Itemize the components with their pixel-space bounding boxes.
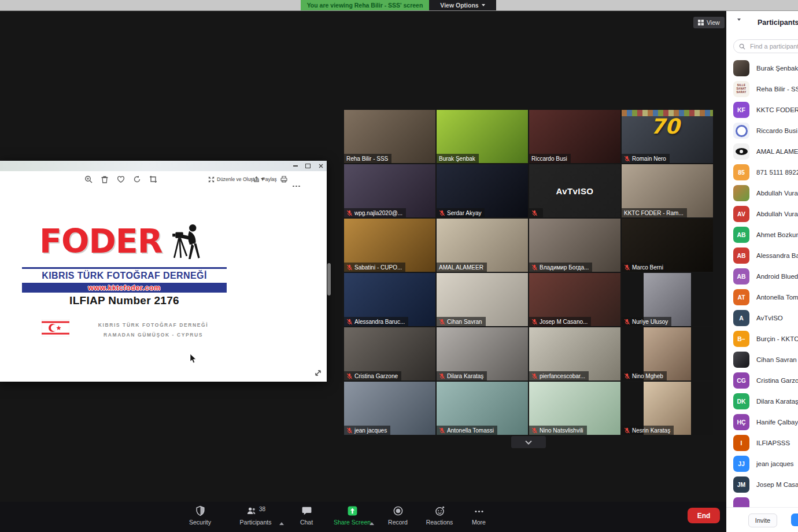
participant-row[interactable]: Riccardo Busi bbox=[726, 120, 798, 141]
participant-row[interactable]: Burak Şenbak ( bbox=[726, 58, 798, 79]
video-tile[interactable]: pierfancescobar... bbox=[529, 327, 620, 380]
muted-mic-icon bbox=[531, 427, 538, 434]
participant-name: Reha Bilir - SSS bbox=[346, 156, 388, 162]
participant-name: Burak Şenbak bbox=[439, 156, 475, 162]
video-tile[interactable]: Nesrin Karataş bbox=[622, 382, 713, 435]
participant-row[interactable]: I ILFIAPSSS bbox=[726, 433, 798, 453]
maximize-icon[interactable] bbox=[305, 164, 311, 169]
participant-row[interactable]: AB Android Bluedr bbox=[726, 266, 798, 287]
participant-row[interactable]: AMAL ALAMEE bbox=[726, 141, 798, 162]
invite-button[interactable]: Invite bbox=[748, 513, 777, 527]
share-screen-icon bbox=[347, 505, 358, 516]
participant-row[interactable]: AB Alessandra Ban bbox=[726, 245, 798, 266]
video-tile[interactable]: Nino Natsvlishvili bbox=[529, 382, 620, 435]
view-options-button[interactable]: View Options bbox=[429, 0, 496, 10]
tile-name-label: wpg.najla2020@... bbox=[344, 208, 406, 217]
crop-icon[interactable] bbox=[149, 175, 157, 183]
participant-row[interactable]: 85 871 5111 8922 bbox=[726, 162, 798, 183]
avatar: AB bbox=[733, 268, 749, 285]
next-page-button[interactable] bbox=[511, 436, 546, 448]
tile-name-label: Riccardo Busi bbox=[529, 154, 571, 163]
video-tile[interactable]: Alessandra Baruc... bbox=[344, 273, 435, 326]
participant-row[interactable]: HÇ Hanife Çalbayr bbox=[726, 412, 798, 433]
resize-handle-icon[interactable] bbox=[314, 369, 322, 377]
video-tile[interactable]: wpg.najla2020@... bbox=[344, 164, 435, 217]
participant-row[interactable]: B– Burçin - KKTC F bbox=[726, 328, 798, 349]
video-tile[interactable]: Владимир Богда... bbox=[529, 219, 620, 272]
video-tile[interactable]: AMAL ALAMEER bbox=[437, 219, 528, 272]
minimize-icon[interactable] bbox=[293, 164, 298, 169]
ilfiap-number: ILFIAP Number 2176 bbox=[22, 294, 227, 307]
participant-row[interactable]: CG Cristina Garzon bbox=[726, 370, 798, 391]
search-input[interactable] bbox=[749, 42, 798, 50]
muted-mic-icon bbox=[439, 210, 445, 216]
participant-name: KKTC FODER - bbox=[756, 106, 798, 113]
muted-mic-icon bbox=[439, 427, 445, 434]
tile-name-label: Romain Nero bbox=[622, 154, 670, 163]
video-tile[interactable]: jean jacques bbox=[344, 382, 435, 435]
reactions-icon bbox=[434, 505, 445, 516]
video-tile[interactable]: Burak Şenbak bbox=[437, 110, 528, 163]
video-tile[interactable]: Josep M Casano... bbox=[529, 273, 620, 326]
mute-all-button[interactable] bbox=[791, 513, 798, 526]
participant-row[interactable]: JJ jean jacques bbox=[726, 453, 798, 474]
collapse-panel-icon[interactable] bbox=[737, 21, 741, 31]
zoom-icon[interactable] bbox=[84, 175, 93, 183]
video-tile[interactable]: Marco Berni bbox=[622, 219, 713, 272]
video-tile[interactable]: Cihan Savran bbox=[437, 273, 528, 326]
record-icon bbox=[393, 505, 404, 516]
participant-row[interactable]: AV Abdullah Vural bbox=[726, 204, 798, 224]
participant-name: Alessandra Baruc... bbox=[354, 319, 405, 325]
video-tile[interactable]: Sabatini - CUPO... bbox=[344, 219, 435, 272]
print-icon[interactable] bbox=[280, 175, 288, 183]
video-tile[interactable]: Nino Mgheb bbox=[622, 327, 713, 380]
tile-name-label: KKTC FODER - Ram... bbox=[622, 208, 687, 217]
security-button[interactable]: Security bbox=[172, 505, 228, 526]
more-button[interactable]: More bbox=[451, 505, 507, 526]
video-tile[interactable]: Riccardo Busi bbox=[529, 110, 620, 163]
video-tile[interactable]: Dilara Karataş bbox=[437, 327, 528, 380]
participant-row[interactable]: KF KKTC FODER - bbox=[726, 99, 798, 120]
video-tile[interactable]: Antonella Tomassi bbox=[437, 382, 528, 435]
close-icon[interactable] bbox=[318, 164, 323, 169]
participant-row[interactable]: A AvTvISO bbox=[726, 308, 798, 328]
share-button[interactable]: Paylaş bbox=[253, 171, 277, 187]
delete-icon[interactable] bbox=[101, 175, 109, 183]
video-tile[interactable]: Reha Bilir - SSS bbox=[344, 110, 435, 163]
participant-row[interactable]: AT Antonella Tom bbox=[726, 287, 798, 308]
share-label: Paylaş bbox=[262, 176, 277, 182]
participant-row[interactable]: JM Josep M Casan bbox=[726, 474, 798, 495]
video-tile[interactable]: AvTvISO bbox=[529, 164, 620, 217]
participant-name: Cristina Garzone bbox=[354, 373, 398, 379]
rotate-icon[interactable] bbox=[133, 175, 141, 183]
end-meeting-button[interactable]: End bbox=[688, 508, 720, 523]
view-layout-button[interactable]: View bbox=[693, 17, 725, 28]
participants-button[interactable]: 38 Participants bbox=[228, 505, 283, 526]
avatar bbox=[733, 352, 749, 368]
video-tile[interactable]: KKTC FODER - Ram... bbox=[622, 164, 713, 217]
avatar: AV bbox=[733, 206, 749, 222]
tile-name-label: Nuriye Ulusoy bbox=[622, 317, 671, 326]
video-tile[interactable]: 70 Romain Nero bbox=[622, 110, 713, 163]
participant-row[interactable]: AB Ahmet Bozkurt bbox=[726, 224, 798, 245]
video-tile[interactable]: Nuriye Ulusoy bbox=[622, 273, 713, 326]
participant-name: Dilara Karataş bbox=[756, 398, 798, 405]
tile-name-label: Reha Bilir - SSS bbox=[344, 154, 391, 163]
video-tile[interactable]: Cristina Garzone bbox=[344, 327, 435, 380]
meeting-toolbar: Security 38 Participants Chat bbox=[0, 502, 726, 532]
participant-search[interactable] bbox=[733, 39, 798, 53]
avatar: DK bbox=[733, 393, 749, 409]
video-tile[interactable]: Serdar Akyay bbox=[437, 164, 528, 217]
participant-row[interactable]: DK Dilara Karataş bbox=[726, 391, 798, 412]
favorite-icon[interactable] bbox=[117, 175, 125, 183]
participant-row[interactable]: SILLESANATSARAY Reha Bilir - SSS bbox=[726, 79, 798, 99]
scrollbar-thumb[interactable] bbox=[327, 263, 331, 295]
participant-row[interactable] bbox=[726, 495, 798, 508]
avatar bbox=[733, 123, 749, 139]
participant-name: ILFIAPSSS bbox=[756, 439, 790, 446]
participant-row[interactable]: Abdullah Vural bbox=[726, 183, 798, 204]
tile-name-label: Nesrin Karataş bbox=[622, 426, 674, 435]
zoom-meeting-window: You are viewing Reha Bilir - SSS' screen… bbox=[0, 0, 798, 532]
participant-row[interactable]: Cihan Savran bbox=[726, 349, 798, 370]
chevron-down-icon bbox=[482, 4, 485, 6]
